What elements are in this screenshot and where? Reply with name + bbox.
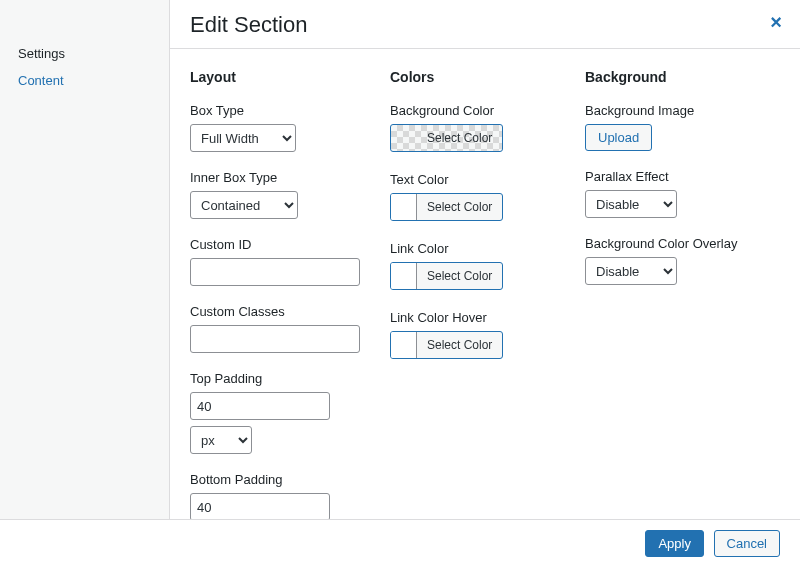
overlay-label: Background Color Overlay [585,236,780,251]
top-padding-field: Top Padding px [190,371,380,454]
bg-color-button-label: Select Color [417,131,502,145]
upload-button[interactable]: Upload [585,124,652,151]
link-hover-color-button[interactable]: Select Color [390,331,503,359]
background-column: Background Background Image Upload Paral… [585,69,780,499]
link-hover-color-button-label: Select Color [417,338,502,352]
bottom-padding-label: Bottom Padding [190,472,380,487]
bg-color-field: Background Color Select Color [390,103,575,154]
close-icon[interactable]: × [770,12,782,32]
text-color-button[interactable]: Select Color [390,193,503,221]
parallax-label: Parallax Effect [585,169,780,184]
parallax-select[interactable]: Disable [585,190,677,218]
top-padding-label: Top Padding [190,371,380,386]
bg-color-button[interactable]: Select Color [390,124,503,152]
custom-classes-input[interactable] [190,325,360,353]
inner-box-type-label: Inner Box Type [190,170,380,185]
modal-footer: Apply Cancel [0,520,800,567]
bg-color-label: Background Color [390,103,575,118]
link-hover-color-field: Link Color Hover Select Color [390,310,575,361]
edit-section-modal: Settings Content Edit Section × Layout B… [0,0,800,567]
transparent-swatch-icon [391,125,417,151]
sidebar: Settings Content [0,0,170,519]
main-panels: Layout Box Type Full Width Inner Box Typ… [170,49,800,519]
custom-id-input[interactable] [190,258,360,286]
link-hover-color-label: Link Color Hover [390,310,575,325]
box-type-field: Box Type Full Width [190,103,380,152]
link-color-label: Link Color [390,241,575,256]
link-color-button[interactable]: Select Color [390,262,503,290]
bg-image-field: Background Image Upload [585,103,780,151]
parallax-field: Parallax Effect Disable [585,169,780,218]
custom-classes-field: Custom Classes [190,304,380,353]
link-color-field: Link Color Select Color [390,241,575,292]
bg-image-label: Background Image [585,103,780,118]
text-color-field: Text Color Select Color [390,172,575,223]
layout-title: Layout [190,69,380,85]
inner-box-type-select[interactable]: Contained [190,191,298,219]
cancel-button[interactable]: Cancel [714,530,780,557]
modal-body: Settings Content Edit Section × Layout B… [0,0,800,520]
modal-title: Edit Section [190,12,780,38]
custom-id-field: Custom ID [190,237,380,286]
custom-id-label: Custom ID [190,237,380,252]
sidebar-item-settings[interactable]: Settings [0,40,169,67]
overlay-select[interactable]: Disable [585,257,677,285]
color-swatch-icon [391,332,417,358]
apply-button[interactable]: Apply [645,530,704,557]
bottom-padding-field: Bottom Padding px [190,472,380,519]
color-swatch-icon [391,194,417,220]
text-color-label: Text Color [390,172,575,187]
colors-column: Colors Background Color Select Color Tex… [390,69,575,499]
top-padding-input[interactable] [190,392,330,420]
custom-classes-label: Custom Classes [190,304,380,319]
box-type-label: Box Type [190,103,380,118]
box-type-select[interactable]: Full Width [190,124,296,152]
bottom-padding-input[interactable] [190,493,330,519]
background-title: Background [585,69,780,85]
colors-title: Colors [390,69,575,85]
sidebar-item-content[interactable]: Content [0,67,169,94]
link-color-button-label: Select Color [417,269,502,283]
text-color-button-label: Select Color [417,200,502,214]
overlay-field: Background Color Overlay Disable [585,236,780,285]
color-swatch-icon [391,263,417,289]
top-padding-unit-select[interactable]: px [190,426,252,454]
content-area: Edit Section × Layout Box Type Full Widt… [170,0,800,519]
modal-header: Edit Section × [170,0,800,49]
layout-column: Layout Box Type Full Width Inner Box Typ… [190,69,380,499]
inner-box-type-field: Inner Box Type Contained [190,170,380,219]
